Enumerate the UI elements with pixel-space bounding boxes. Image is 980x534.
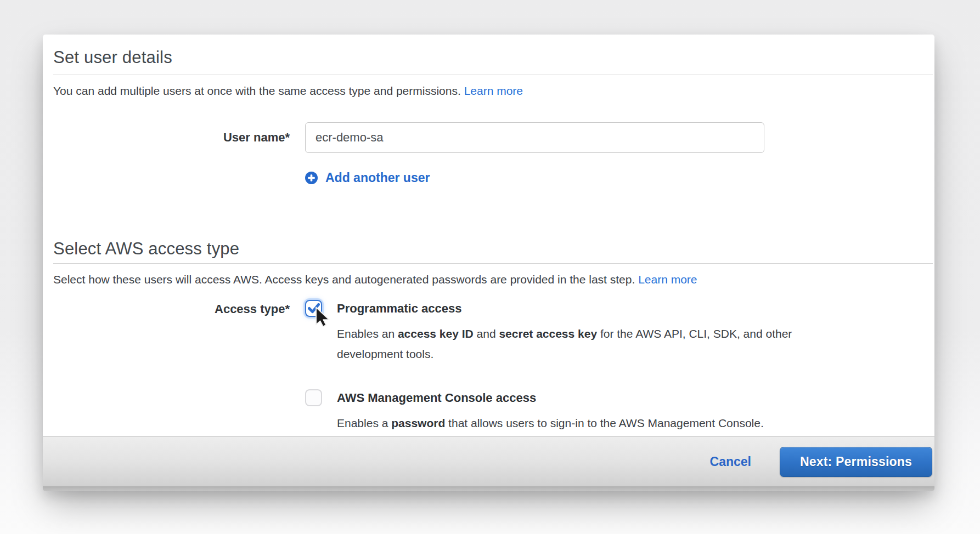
access-type-section: Select AWS access type Select how these … [43,240,934,433]
desc-segment: Enables a [337,417,391,429]
checkmark-icon [308,303,320,314]
user-name-row: User name* [43,122,934,153]
desc-segment: and [474,327,499,340]
access-type-intro-text: Select how these users will access AWS. … [53,273,635,286]
console-access-body: AWS Management Console access Enables a … [337,388,764,433]
programmatic-access-option: Programmatic access Enables an access ke… [305,299,809,364]
next-permissions-button[interactable]: Next: Permissions [780,447,932,477]
user-name-label: User name* [53,130,290,145]
user-details-section: Set user details You can add multiple us… [43,48,934,185]
programmatic-access-checkbox[interactable] [305,300,322,317]
add-user-wizard-card: Set user details You can add multiple us… [43,35,934,491]
user-name-input[interactable] [305,122,764,153]
programmatic-access-body: Programmatic access Enables an access ke… [337,299,809,364]
console-access-title: AWS Management Console access [337,390,764,406]
access-type-intro: Select how these users will access AWS. … [53,272,924,287]
learn-more-link-access-type[interactable]: Learn more [638,273,697,286]
add-another-user-link[interactable]: Add another user [305,171,430,185]
console-access-description: Enables a password that allows users to … [337,413,764,433]
user-details-intro-text: You can add multiple users at once with … [53,84,461,97]
desc-bold-password: password [391,417,445,429]
divider [53,75,933,75]
desc-segment: Enables an [337,327,398,340]
desc-segment: that allows users to sign-in to the AWS … [445,417,764,429]
plus-icon [305,172,318,184]
divider [53,263,933,264]
access-type-options: Programmatic access Enables an access ke… [305,299,809,433]
footer-bottom-strip [43,486,934,491]
add-another-user-label: Add another user [325,171,430,185]
desc-bold-secret-access-key: secret access key [499,327,597,340]
console-access-option: AWS Management Console access Enables a … [305,388,809,433]
access-type-title: Select AWS access type [53,240,924,258]
access-type-row: Access type* Programmatic access Enables… [43,299,934,433]
cancel-button[interactable]: Cancel [710,455,751,469]
user-details-intro: You can add multiple users at once with … [53,84,924,98]
wizard-footer: Cancel Next: Permissions [43,436,934,491]
desc-bold-access-key-id: access key ID [398,327,474,340]
console-access-checkbox[interactable] [305,389,322,406]
access-type-label: Access type* [53,302,290,316]
page-background: Set user details You can add multiple us… [0,0,980,534]
programmatic-access-title: Programmatic access [337,301,809,316]
user-details-title: Set user details [53,48,924,67]
learn-more-link-user-details[interactable]: Learn more [464,84,523,97]
programmatic-access-description: Enables an access key ID and secret acce… [337,323,809,364]
add-another-user-row: Add another user [43,171,934,185]
